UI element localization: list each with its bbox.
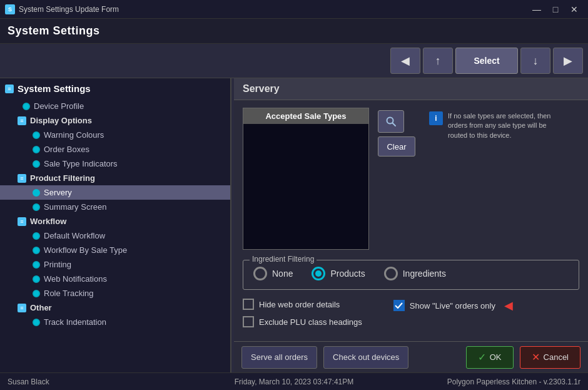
sidebar-item-web-notifications[interactable]: Web Notifications xyxy=(0,272,230,286)
sidebar-item-display-options[interactable]: ≡ Display Options xyxy=(0,113,230,128)
sidebar-label-default-workflow: Default Workflow xyxy=(44,231,105,240)
checkbox-show-live: Show "Live" orders only ◀ xyxy=(393,299,513,312)
info-icon: i xyxy=(429,111,443,125)
ok-button[interactable]: ✓ OK xyxy=(466,346,514,369)
sidebar-label-other: Other xyxy=(30,303,52,312)
upload-button[interactable]: ↑ xyxy=(423,48,453,74)
minimize-button[interactable]: — xyxy=(528,3,545,16)
dot-icon-role xyxy=(33,290,40,297)
sale-types-header: Accepted Sale Types xyxy=(243,108,368,124)
sidebar-item-product-filtering[interactable]: ≡ Product Filtering xyxy=(0,171,230,185)
radio-products[interactable]: Products xyxy=(312,267,365,280)
sidebar-item-printing[interactable]: Printing xyxy=(0,257,230,272)
radio-outer-ingredients xyxy=(384,267,398,280)
checkbox-hide-web: Hide web order details xyxy=(243,299,362,310)
info-box: i If no sale types are selected, then or… xyxy=(424,108,562,250)
dot-icon-printing xyxy=(33,261,40,269)
sidebar: ≡ System Settings Device Profile ≡ Displ… xyxy=(0,78,231,372)
section-icon-workflow: ≡ xyxy=(18,217,26,226)
radio-label-ingredients: Ingredients xyxy=(403,269,446,279)
root-icon: ≡ xyxy=(5,85,14,93)
sidebar-label-product-filtering: Product Filtering xyxy=(30,173,95,183)
radio-outer-none xyxy=(253,267,267,280)
sidebar-label-warning-colours: Warning Colours xyxy=(44,130,104,140)
radio-none[interactable]: None xyxy=(253,267,293,280)
ok-label: OK xyxy=(490,352,502,362)
live-arrow-icon: ◀ xyxy=(504,299,513,312)
sidebar-root[interactable]: ≡ System Settings xyxy=(0,78,230,99)
toolbar: ◀ ↑ Select ↓ ▶ xyxy=(0,44,588,78)
checkbox-hide-web-input[interactable] xyxy=(243,299,254,310)
dot-icon-servery xyxy=(33,189,40,197)
sidebar-item-device-profile[interactable]: Device Profile xyxy=(0,99,230,113)
sidebar-label-track: Track Indentation xyxy=(44,317,106,327)
window-controls: — □ ✕ xyxy=(528,3,583,16)
serve-all-button[interactable]: Serve all orders xyxy=(241,346,317,369)
sidebar-item-servery[interactable]: Servery xyxy=(0,185,230,200)
clear-button[interactable]: Clear xyxy=(378,136,415,157)
app-title: System Settings xyxy=(8,24,100,38)
search-button[interactable] xyxy=(378,110,404,133)
prev-button[interactable]: ◀ xyxy=(390,48,420,74)
radio-label-products: Products xyxy=(330,269,365,279)
radio-inner-products xyxy=(315,270,322,277)
sidebar-item-default-workflow[interactable]: Default Workflow xyxy=(0,228,230,243)
cancel-x-icon: ✕ xyxy=(532,351,540,363)
sidebar-item-summary-screen[interactable]: Summary Screen xyxy=(0,200,230,214)
checkbox-exclude-plu-input[interactable] xyxy=(243,316,254,327)
radio-label-none: None xyxy=(272,269,293,279)
sidebar-label-workflow: Workflow xyxy=(30,217,66,226)
checkbox-show-live-input[interactable] xyxy=(393,300,405,311)
content-body: Accepted Sale Types Clear i If no sale t… xyxy=(234,100,588,341)
dot-icon-web-notif xyxy=(33,275,40,283)
dot-icon-device-profile xyxy=(23,103,30,110)
sidebar-label-device-profile: Device Profile xyxy=(34,101,84,111)
cancel-button[interactable]: ✕ Cancel xyxy=(520,346,580,369)
download-button[interactable]: ↓ xyxy=(520,48,550,74)
sale-types-section: Accepted Sale Types Clear i If no sale t… xyxy=(243,108,579,250)
sidebar-item-warning-colours[interactable]: Warning Colours xyxy=(0,128,230,142)
sidebar-label-servery: Servery xyxy=(44,188,72,197)
status-datetime: Friday, March 10, 2023 03:47:41PM xyxy=(198,377,389,386)
dot-icon-order-boxes xyxy=(33,146,40,153)
content-header: Servery xyxy=(234,78,588,100)
sidebar-item-workflow[interactable]: ≡ Workflow xyxy=(0,214,230,228)
checkbox-hide-web-label: Hide web order details xyxy=(259,300,340,309)
sidebar-label-web-notifications: Web Notifications xyxy=(44,274,107,284)
close-button[interactable]: ✕ xyxy=(565,3,583,16)
content-panel: Servery Accepted Sale Types Clear xyxy=(234,78,588,372)
check-out-button[interactable]: Check out devices xyxy=(323,346,408,369)
sidebar-item-track-indent[interactable]: Track Indentation xyxy=(0,315,230,329)
section-icon-product: ≡ xyxy=(18,174,26,183)
sidebar-item-other[interactable]: ≡ Other xyxy=(0,300,230,315)
sale-types-list[interactable] xyxy=(243,124,368,249)
ok-check-icon: ✓ xyxy=(478,351,486,363)
cancel-label: Cancel xyxy=(544,352,569,362)
sidebar-label-workflow-by-sale: Workflow By Sale Type xyxy=(44,245,127,255)
next-button[interactable]: ▶ xyxy=(553,48,583,74)
ingredient-legend: Ingredient Filtering xyxy=(250,255,317,264)
maximize-button[interactable]: □ xyxy=(547,3,564,16)
ingredient-filtering-section: Ingredient Filtering None Products xyxy=(243,260,579,290)
sidebar-label-sale-type-indicators: Sale Type Indicators xyxy=(44,159,118,168)
section-icon-display: ≡ xyxy=(18,116,26,125)
dot-icon-wf-sale xyxy=(33,247,40,254)
status-user: Susan Black xyxy=(8,377,198,386)
status-version: Polygon Paperless Kitchen - v.2303.1.1r xyxy=(390,377,580,386)
title-bar: S System Settings Update Form — □ ✕ xyxy=(0,0,588,19)
radio-group: None Products Ingredients xyxy=(253,267,569,280)
dot-icon-default-wf xyxy=(33,232,40,240)
sidebar-item-order-boxes[interactable]: Order Boxes xyxy=(0,142,230,157)
svg-line-1 xyxy=(393,123,396,126)
sidebar-label-role-tracking: Role Tracking xyxy=(44,289,93,298)
radio-ingredients[interactable]: Ingredients xyxy=(384,267,446,280)
sidebar-item-sale-type-indicators[interactable]: Sale Type Indicators xyxy=(0,157,230,171)
checkbox-exclude-plu-label: Exclude PLU class headings xyxy=(259,317,362,327)
info-text: If no sale types are selected, then orde… xyxy=(448,111,557,140)
main-layout: ≡ System Settings Device Profile ≡ Displ… xyxy=(0,78,588,372)
sidebar-label-display-options: Display Options xyxy=(30,116,92,125)
select-button[interactable]: Select xyxy=(455,48,518,74)
dot-icon-summary xyxy=(33,203,40,211)
sidebar-item-role-tracking[interactable]: Role Tracking xyxy=(0,286,230,300)
sidebar-item-workflow-by-sale[interactable]: Workflow By Sale Type xyxy=(0,243,230,257)
